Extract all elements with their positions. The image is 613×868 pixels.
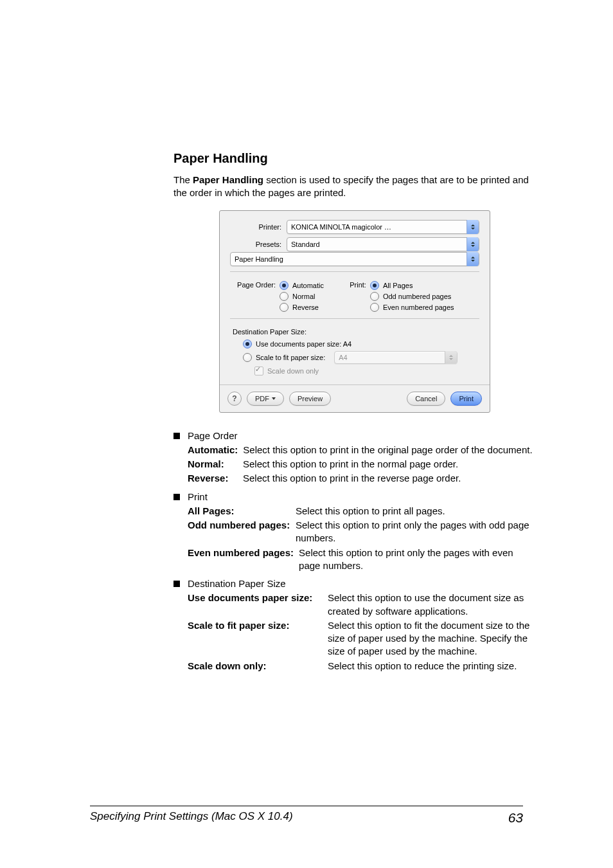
destination-title: Destination Paper Size: [233,328,477,336]
intro-paragraph: The Paper Handling section is used to sp… [173,174,536,200]
presets-select-value: Standard [291,240,320,248]
radio-icon [280,281,289,290]
panel-select-value: Paper Handling [235,255,283,263]
radio-icon [370,281,379,290]
bullet-icon [173,494,180,500]
intro-bold: Paper Handling [193,174,263,185]
use-doc-size-label: Use documents paper size: A4 [256,340,351,348]
print-odd-radio[interactable]: Odd numbered pages [343,292,454,301]
radio-icon [370,303,379,312]
use-doc-size-radio[interactable]: Use documents paper size: A4 [233,338,477,350]
footer-rule [90,806,523,806]
print-label: Print: [343,281,366,289]
page-order-label: Page Order: [233,281,276,289]
pdf-button[interactable]: PDF [247,392,284,406]
print-bullet-title: Print [188,491,536,503]
help-button[interactable]: ? [227,392,242,406]
intro-text-a: The [173,174,193,185]
preview-button[interactable]: Preview [289,392,331,406]
term-automatic: Automatic: [188,444,238,457]
desc-use-doc-size: Select this option to use the document s… [328,592,536,618]
panel-select[interactable]: Paper Handling [230,252,479,266]
dropdown-arrows-icon [466,220,479,234]
radio-icon [370,292,379,301]
bullet-icon [173,581,180,587]
desc-automatic: Select this option to print in the origi… [243,444,536,457]
desc-odd-pages: Select this option to print only the pag… [296,519,536,545]
scale-to-fit-label: Scale to fit paper size: [256,354,325,361]
print-even-radio[interactable]: Even numbered pages [343,303,454,312]
desc-scale-down-only: Select this option to reduce the printin… [328,660,536,673]
print-all-radio[interactable]: Print: All Pages [343,281,454,290]
help-icon: ? [232,394,236,403]
scale-down-only-label: Scale down only [267,367,319,375]
page-order-reverse-label: Reverse [292,303,319,311]
term-normal: Normal: [188,458,238,471]
print-dialog: Printer: KONICA MINOLTA magicolor … Pres… [219,210,490,413]
print-button-label: Print [459,395,474,402]
checkbox-icon [254,366,263,375]
term-reverse: Reverse: [188,472,238,485]
term-odd-pages: Odd numbered pages: [188,519,290,545]
page-order-normal-radio[interactable]: Normal [233,292,324,301]
page-order-bullet-title: Page Order [188,429,536,442]
dest-bullet-title: Destination Paper Size [188,577,536,590]
fit-paper-size-value: A4 [339,354,347,361]
page-order-reverse-radio[interactable]: Reverse [233,303,324,312]
preview-button-label: Preview [298,395,323,402]
dropdown-arrows-icon [445,351,457,364]
print-odd-label: Odd numbered pages [383,293,451,300]
pdf-button-label: PDF [255,395,269,402]
printer-select[interactable]: KONICA MINOLTA magicolor … [287,220,479,234]
print-even-label: Even numbered pages [383,303,454,311]
radio-icon [243,353,252,362]
cancel-button[interactable]: Cancel [407,392,445,406]
term-use-doc-size: Use documents paper size: [188,592,323,618]
dropdown-arrows-icon [466,252,479,266]
page-number: 63 [508,810,523,826]
divider [230,318,479,319]
desc-scale-to-fit: Select this option to fit the document s… [328,619,536,658]
cancel-button-label: Cancel [415,395,437,402]
scale-down-only-checkbox: Scale down only [233,365,477,377]
divider [230,271,479,272]
destination-paper-size-group: Destination Paper Size: Use documents pa… [230,325,479,377]
page-footer: Specifying Print Settings (Mac OS X 10.4… [90,806,523,826]
dropdown-arrows-icon [466,237,479,251]
printer-label: Printer: [230,223,287,231]
page-order-normal-label: Normal [292,293,315,300]
term-even-pages: Even numbered pages: [188,547,294,573]
print-group: Print: All Pages Odd numbered pages Even… [343,281,454,312]
footer-left: Specifying Print Settings (Mac OS X 10.4… [90,810,293,826]
presets-select[interactable]: Standard [287,237,479,251]
print-button[interactable]: Print [450,392,482,406]
desc-normal: Select this option to print in the norma… [243,458,536,471]
section-heading: Paper Handling [173,151,536,166]
term-scale-to-fit: Scale to fit paper size: [188,619,323,658]
bullet-icon [173,433,180,439]
page-order-group: Page Order: Automatic Normal Reverse [233,281,324,312]
printer-select-value: KONICA MINOLTA magicolor … [291,223,391,231]
page-order-automatic-label: Automatic [292,282,324,289]
page-order-automatic-radio[interactable]: Page Order: Automatic [233,281,324,290]
radio-icon [280,292,289,301]
term-scale-down-only: Scale down only: [188,660,323,673]
desc-reverse: Select this option to print in the rever… [243,472,536,485]
radio-icon [243,339,252,348]
desc-all-pages: Select this option to print all pages. [296,505,536,518]
presets-label: Presets: [230,240,287,248]
term-all-pages: All Pages: [188,505,290,518]
print-all-label: All Pages [383,282,413,289]
chevron-down-icon [272,397,276,400]
definitions: Page Order Automatic: Select this option… [173,429,536,674]
radio-icon [280,303,289,312]
desc-even-pages: Select this option to print only the pag… [299,547,536,573]
fit-paper-size-select: A4 [334,351,458,364]
scale-to-fit-radio[interactable]: Scale to fit paper size: A4 [233,350,477,365]
